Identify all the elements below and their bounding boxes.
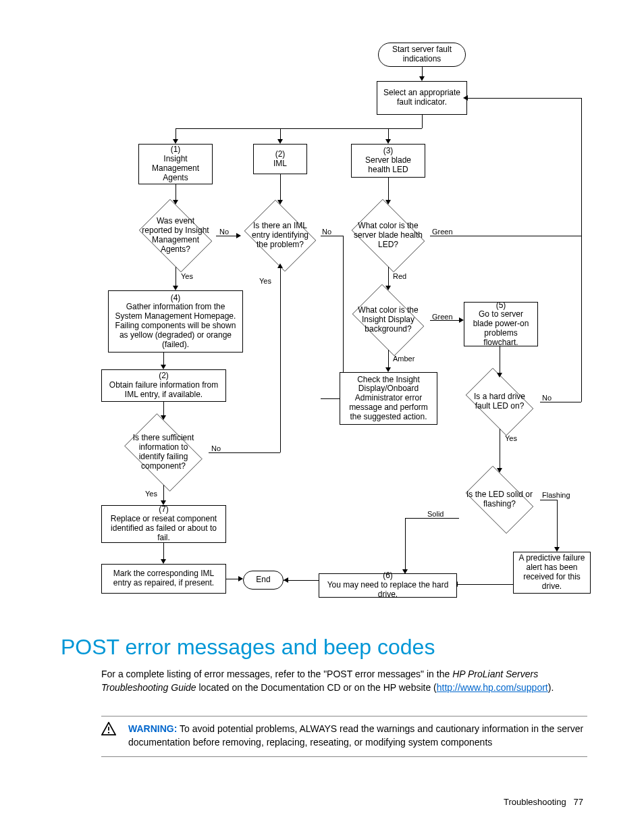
footer-page: 77 [574, 797, 583, 807]
node-select: Select an appropriate fault indicator. [377, 81, 467, 115]
text: (6) You may need to replace the hard dri… [323, 571, 452, 599]
text: Mark the corresponding IML entry as repa… [106, 569, 221, 588]
text: Is there an IML entry identifying the pr… [240, 221, 321, 249]
text: Select an appropriate fault indicator. [381, 88, 462, 107]
text: (1) Insight Management Agents [143, 145, 208, 182]
label-amber: Amber [393, 355, 414, 363]
warning-icon [101, 722, 116, 735]
text: What color is the Insight Display backgr… [346, 306, 430, 334]
text: Is the LED solid or flashing? [459, 490, 540, 509]
page-footer: Troubleshooting 77 [504, 797, 583, 807]
node-health-led: (3) Server blade health LED [351, 144, 425, 178]
text: Is a hard drive fault LED on? [459, 392, 540, 411]
text: (2) Obtain failure information from IML … [106, 371, 221, 399]
support-link[interactable]: http://www.hp.com/support [437, 682, 548, 693]
warning-label: WARNING: [128, 723, 177, 734]
decision-sufficient-info: Is there sufficient information to ident… [118, 420, 209, 485]
label-yes: Yes [505, 434, 517, 443]
text: End [256, 575, 270, 585]
label-no: No [211, 444, 221, 453]
text: (7) Replace or reseat component identifi… [106, 505, 221, 542]
section-heading: POST error messages and beep codes [61, 635, 435, 660]
text: (4) Gather information from the System M… [113, 294, 238, 350]
label-flashing: Flashing [542, 491, 570, 500]
text: ). [548, 682, 554, 693]
decision-reported-by-agents: Was event reported by Insight Management… [134, 205, 217, 267]
label-red: Red [393, 272, 406, 281]
label-no: No [219, 228, 229, 236]
label-yes: Yes [181, 272, 193, 281]
node-iml: (2) IML [253, 144, 307, 174]
decision-iml-entry: Is there an IML entry identifying the pr… [240, 205, 321, 267]
label-yes: Yes [259, 277, 271, 286]
node-replace-hd: (6) You may need to replace the hard dri… [319, 573, 457, 598]
decision-solid-flashing: Is the LED solid or flashing? [459, 473, 540, 527]
flowchart: Start server fault indications Select an… [81, 37, 594, 625]
node-start: Start server fault indications [378, 43, 466, 67]
text: A predictive failure alert has been rece… [518, 554, 586, 591]
node-poweron-flow: (5) Go to server blade power-on problems… [464, 302, 538, 346]
label-solid: Solid [427, 510, 444, 519]
label-no: No [542, 394, 552, 402]
decision-hd-led: Is a hard drive fault LED on? [459, 375, 540, 429]
footer-section: Troubleshooting [504, 797, 566, 807]
text: Is there sufficient information to ident… [118, 434, 209, 471]
node-gather-info: (4) Gather information from the System M… [108, 290, 243, 353]
text: For a complete listing of error messages… [101, 669, 452, 679]
label-green: Green [432, 228, 453, 236]
node-check-display: Check the Insight Display/Onboard Admini… [340, 372, 437, 425]
text: (5) Go to server blade power-on problems… [468, 301, 533, 348]
text: Check the Insight Display/Onboard Admini… [344, 375, 433, 422]
text: What color is the server blade health LE… [346, 221, 430, 249]
decision-display-color: What color is the Insight Display backgr… [346, 290, 430, 350]
text: To avoid potential problems, ALWAYS read… [128, 723, 583, 748]
node-insight-agents: (1) Insight Management Agents [138, 144, 213, 184]
text: Was event reported by Insight Management… [134, 217, 217, 254]
node-mark-repaired: Mark the corresponding IML entry as repa… [101, 564, 226, 594]
warning-text: WARNING: To avoid potential problems, AL… [128, 722, 587, 750]
text: located on the Documentation CD or on th… [196, 682, 437, 693]
node-replace-component: (7) Replace or reseat component identifi… [101, 505, 226, 543]
label-no: No [322, 228, 331, 236]
intro-paragraph: For a complete listing of error messages… [101, 667, 587, 695]
warning-box: WARNING: To avoid potential problems, AL… [101, 716, 587, 757]
text: Start server fault indications [383, 45, 461, 64]
node-end: End [243, 571, 284, 590]
node-obtain-iml: (2) Obtain failure information from IML … [101, 369, 226, 402]
text: (3) Server blade health LED [356, 147, 421, 174]
text: (2) IML [273, 150, 287, 169]
svg-point-1 [108, 732, 109, 733]
decision-led-color: What color is the server blade health LE… [346, 205, 430, 267]
node-predictive-alert: A predictive failure alert has been rece… [513, 552, 591, 594]
label-yes: Yes [145, 490, 157, 498]
